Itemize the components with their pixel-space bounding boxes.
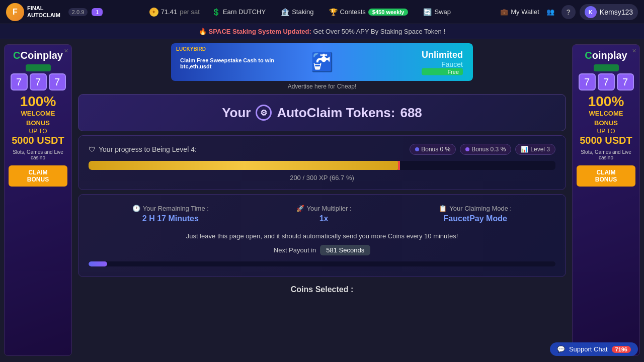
my-wallet-button[interactable]: 💼 My Wallet: [500, 8, 539, 16]
version-badge: 2.0.9: [68, 8, 88, 16]
claim-bonus-left-button[interactable]: CLAIM BONUS: [9, 165, 67, 187]
multiplier-value: 1x: [296, 214, 352, 223]
logo-icon: F: [6, 3, 24, 21]
contests-badge: $450 weekly: [368, 9, 409, 16]
slot-r1: 7: [579, 73, 596, 90]
coins-selected-section: Coins Selected :: [78, 281, 566, 298]
mode-value: FaucetPay Mode: [439, 214, 512, 223]
staking-link[interactable]: 🏦 Staking: [278, 6, 316, 18]
green-blob-left: [26, 64, 51, 71]
xp-progress-bar: [89, 161, 555, 170]
close-right-ad[interactable]: ✕: [632, 48, 636, 54]
coin-icon: ✦: [149, 8, 158, 17]
staking-icon: 🏦: [281, 8, 289, 16]
level3-badge: 📊 Level 3: [515, 144, 555, 155]
right-ad: ✕ Coinplay 7 7 7 100% WELCOME BONUS UP T…: [572, 44, 640, 356]
faucet-icon: 🚰: [311, 52, 334, 73]
coinplay-c-left: C: [13, 50, 20, 61]
avatar: K: [585, 6, 597, 18]
sub-text-right: Slots, Games and Live casino: [577, 149, 635, 160]
free-badge: Free: [422, 68, 463, 75]
banner-area: LUCKYBIRD Claim Free Sweepstake Cash to …: [78, 43, 566, 90]
stat-per-sat: ✦ 71.41 per sat: [149, 8, 200, 17]
slot-r2: 7: [598, 73, 615, 90]
welcome-left: WELCOME: [21, 110, 55, 117]
remaining-value: 2 H 17 Minutes: [132, 214, 209, 223]
close-left-ad[interactable]: ✕: [64, 48, 68, 54]
banner-faucet: Unlimited Faucet Free: [422, 49, 463, 75]
announcement-bar: 🔥 SPACE Staking System Updated: Get Over…: [0, 24, 644, 39]
welcome-right: WELCOME: [589, 110, 623, 117]
rocket-icon: 🚀: [296, 205, 304, 212]
advertise-link[interactable]: Advertise here for Cheap!: [288, 83, 357, 90]
help-button[interactable]: ?: [561, 5, 576, 19]
slot-row-right: 7 7 7: [579, 73, 634, 90]
announcement-prefix: 🔥 SPACE Staking System Updated:: [199, 28, 311, 35]
progress-title: 🛡 Your progress to Being Level 4:: [89, 145, 197, 153]
bonus-pct-left: 100%: [20, 95, 56, 109]
chat-count: 7196: [612, 346, 631, 353]
remaining-time-stat: 🕐 Your Remaining Time : 2 H 17 Minutes: [132, 205, 209, 223]
progress-section: 🛡 Your progress to Being Level 4: Bonus …: [78, 135, 566, 190]
upto-right: UP TO: [597, 128, 615, 135]
user-chip[interactable]: K Kemsy123: [580, 4, 638, 20]
mode-stat: 📋 Your Claiming Mode : FaucetPay Mode: [439, 205, 512, 223]
coinplay-c-right: C: [585, 50, 592, 61]
mode-icon: 📋: [439, 205, 447, 212]
xp-bar-fill: [89, 161, 400, 170]
slot-3: 7: [49, 73, 66, 90]
trophy-icon: 🏆: [329, 8, 338, 16]
upto-left: UP TO: [29, 128, 47, 135]
xp-label: 200 / 300 XP (66.7 %): [89, 174, 555, 182]
remaining-label: 🕐 Your Remaining Time :: [132, 205, 209, 212]
bonus-word-right: BONUS: [594, 119, 618, 127]
sub-text-left: Slots, Games and Live casino: [9, 149, 67, 160]
tokens-label: AutoClaim Tokens:: [277, 105, 395, 121]
claim-section: 🕐 Your Remaining Time : 2 H 17 Minutes 🚀…: [78, 194, 566, 277]
autoclaim-gear-icon: ⚙: [256, 105, 272, 121]
stat-label: per sat: [180, 8, 200, 16]
slot-r3: 7: [617, 73, 634, 90]
payout-label: Next Payout in: [274, 246, 316, 254]
banner-brand: LUCKYBIRD: [176, 46, 206, 52]
progress-header: 🛡 Your progress to Being Level 4: Bonus …: [89, 144, 555, 155]
your-label: Your: [222, 105, 251, 121]
bonus03-badge: Bonus 0.3 %: [460, 144, 511, 155]
nav-right: 💼 My Wallet 👥 ? K Kemsy123: [500, 4, 638, 20]
progress-shield-icon: 🛡: [89, 145, 96, 153]
coins-selected-label: Coins Selected :: [291, 285, 353, 294]
bar-chart-icon: 📊: [521, 146, 528, 153]
payout-row: Next Payout in 581 Seconds: [89, 245, 555, 255]
payout-value: 581 Seconds: [320, 245, 370, 255]
logo-area[interactable]: F FINAL AUTOCLAIM: [6, 3, 60, 21]
multiplier-label: 🚀 Your Multiplier :: [296, 205, 352, 212]
bonus03-dot: [465, 147, 469, 151]
support-chat-button[interactable]: 💬 Support Chat 7196: [550, 342, 638, 356]
coinplay-logo-right: Coinplay: [585, 50, 627, 61]
progress-badges: Bonus 0 % Bonus 0.3 % 📊 Level 3: [410, 144, 555, 155]
notification-badge[interactable]: 1: [92, 8, 103, 16]
banner-claim-text: Claim Free Sweepstake Cash to win btc,et…: [180, 57, 281, 69]
claim-bonus-right-button[interactable]: CLAIM BONUS: [577, 165, 635, 187]
swap-link[interactable]: 🔄 Swap: [420, 6, 454, 18]
usdt-right: 5000 USDT: [580, 135, 632, 146]
payout-progress-bar: [89, 261, 555, 266]
dollar-icon: 💲: [212, 8, 220, 16]
swap-icon: 🔄: [423, 8, 432, 16]
slot-2: 7: [30, 73, 47, 90]
earn-dutchy-link[interactable]: 💲 Earn DUTCHY: [209, 6, 269, 18]
users-icon[interactable]: 👥: [543, 6, 557, 18]
nav-center: ✦ 71.41 per sat 💲 Earn DUTCHY 🏦 Staking …: [107, 6, 496, 18]
contests-link[interactable]: 🏆 Contests $450 weekly: [326, 6, 412, 18]
clock-icon: 🕐: [132, 205, 140, 212]
usdt-left: 5000 USDT: [12, 135, 64, 146]
autoclaim-title: Your ⚙ AutoClaim Tokens: 688: [89, 105, 555, 121]
main-layout: ✕ CCoinplay 7 7 7 100% WELCOME BONUS UP …: [0, 39, 644, 361]
announcement-text: Get Over 50% APY By Staking Space Token …: [313, 28, 445, 35]
payout-bar-fill: [89, 261, 107, 266]
banner-image[interactable]: LUCKYBIRD Claim Free Sweepstake Cash to …: [171, 43, 473, 81]
auto-message: Just leave this page open, and it should…: [89, 232, 555, 240]
slot-row-left: 7 7 7: [11, 73, 66, 90]
green-blob-right: [594, 64, 619, 71]
coinplay-logo-left: CCoinplay: [13, 50, 63, 61]
